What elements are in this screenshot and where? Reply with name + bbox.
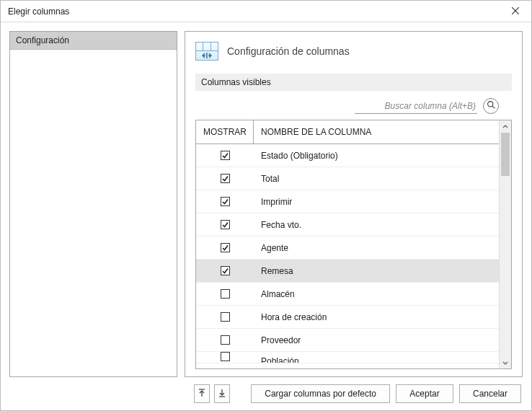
table-body: Estado (Obligatorio)TotalImprimirFecha v…	[196, 144, 499, 368]
table-row[interactable]: Proveedor	[196, 329, 499, 352]
main-panel: Configuración de columnas Columnas visib…	[185, 31, 523, 377]
cell-show	[196, 220, 254, 229]
panel-title: Configuración de columnas	[227, 45, 350, 57]
dialog-window: Elegir columnas Configuración	[0, 0, 532, 411]
cell-name: Imprimir	[254, 197, 499, 207]
arrow-up-to-top-icon	[198, 389, 205, 399]
section-visible-columns: Columnas visibles	[195, 74, 512, 91]
cell-name: Fecha vto.	[254, 220, 499, 230]
show-checkbox[interactable]	[221, 220, 230, 229]
scroll-thumb[interactable]	[501, 133, 510, 176]
cell-show	[196, 352, 254, 361]
sidebar: Configuración	[9, 31, 177, 377]
accept-button[interactable]: Aceptar	[396, 384, 453, 403]
show-checkbox[interactable]	[221, 197, 230, 206]
cell-name: Total	[254, 174, 499, 184]
cell-show	[196, 266, 254, 275]
header-show[interactable]: MOSTRAR	[196, 120, 254, 143]
table-row[interactable]: Total	[196, 167, 499, 190]
cell-name: Estado (Obligatorio)	[254, 151, 499, 161]
search-input[interactable]	[355, 99, 477, 114]
show-checkbox[interactable]	[221, 289, 230, 299]
show-checkbox[interactable]	[221, 352, 230, 361]
show-checkbox[interactable]	[221, 335, 230, 345]
cell-show	[196, 197, 254, 206]
cell-name: Almacén	[254, 289, 499, 299]
header-name[interactable]: NOMBRE DE LA COLUMNA	[254, 120, 499, 143]
chevron-up-icon	[502, 122, 508, 132]
close-button[interactable]	[499, 1, 531, 22]
cell-show	[196, 289, 254, 299]
table-row[interactable]: Almacén	[196, 283, 499, 306]
arrow-down-to-bottom-icon	[218, 389, 226, 399]
table-row[interactable]: Fecha vto.	[196, 213, 499, 237]
show-checkbox[interactable]	[221, 266, 230, 275]
cell-show	[196, 312, 254, 322]
cancel-label: Cancelar	[473, 389, 507, 399]
table-row[interactable]: Población	[196, 352, 499, 363]
load-defaults-button[interactable]: Cargar columnas por defecto	[251, 384, 390, 403]
svg-line-6	[492, 106, 495, 108]
titlebar: Elegir columnas	[1, 1, 531, 22]
cancel-button[interactable]: Cancelar	[459, 384, 521, 403]
show-checkbox[interactable]	[221, 243, 230, 252]
cell-name: Proveedor	[254, 335, 499, 345]
cell-show	[196, 335, 254, 345]
cell-name: Población	[254, 352, 499, 363]
search-row	[195, 98, 512, 114]
show-checkbox[interactable]	[221, 174, 230, 183]
cell-show	[196, 151, 254, 160]
cell-name: Remesa	[254, 266, 499, 276]
load-defaults-label: Cargar columnas por defecto	[265, 389, 376, 399]
dialog-footer: Cargar columnas por defecto Aceptar Canc…	[1, 377, 531, 410]
cell-name: Agente	[254, 243, 499, 253]
scroll-up-button[interactable]	[500, 120, 511, 133]
cell-show	[196, 243, 254, 252]
table-row[interactable]: Hora de creación	[196, 306, 499, 329]
cell-name: Hora de creación	[254, 312, 499, 322]
show-checkbox[interactable]	[221, 312, 230, 322]
table-row[interactable]: Agente	[196, 237, 499, 260]
move-up-button[interactable]	[194, 384, 210, 403]
chevron-down-icon	[502, 358, 508, 368]
scroll-down-button[interactable]	[500, 356, 511, 368]
sidebar-item-label: Configuración	[16, 35, 69, 45]
search-icon	[487, 100, 496, 112]
table-header: MOSTRAR NOMBRE DE LA COLUMNA	[196, 120, 499, 144]
search-button[interactable]	[483, 98, 499, 114]
table-scroll: MOSTRAR NOMBRE DE LA COLUMNA Estado (Obl…	[196, 120, 499, 368]
table-row[interactable]: Imprimir	[196, 190, 499, 213]
svg-point-5	[487, 102, 492, 107]
accept-label: Aceptar	[409, 389, 439, 399]
table-row[interactable]: Estado (Obligatorio)	[196, 144, 499, 167]
dialog-body: Configuración	[1, 22, 531, 377]
show-checkbox[interactable]	[221, 151, 230, 160]
columns-config-icon	[195, 42, 218, 61]
panel-header: Configuración de columnas	[195, 42, 512, 61]
table-row[interactable]: Remesa	[196, 260, 499, 283]
scrollbar-vertical[interactable]	[499, 120, 511, 368]
close-icon	[512, 6, 519, 17]
window-title: Elegir columnas	[8, 6, 69, 17]
sidebar-item-config[interactable]: Configuración	[10, 32, 177, 50]
move-down-button[interactable]	[214, 384, 230, 403]
scroll-track[interactable]	[500, 133, 511, 356]
cell-show	[196, 174, 254, 183]
columns-table: MOSTRAR NOMBRE DE LA COLUMNA Estado (Obl…	[195, 120, 512, 369]
